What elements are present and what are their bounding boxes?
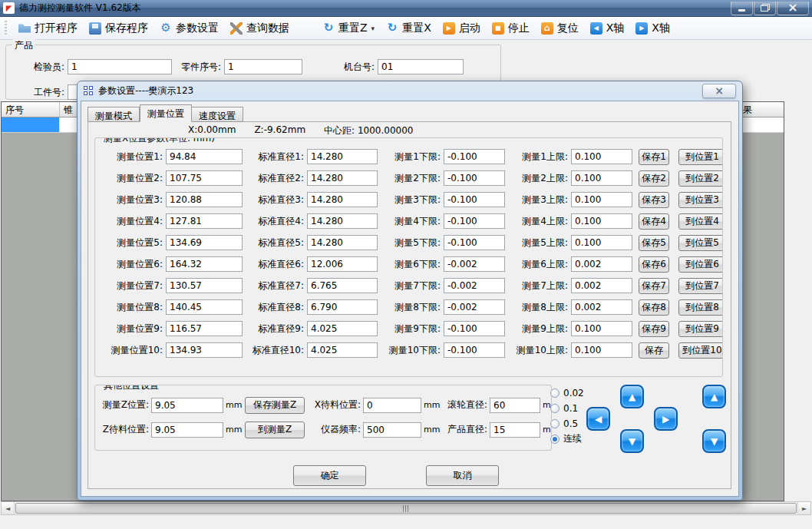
dialog-tab[interactable]: 测量位置 (140, 104, 192, 122)
step-radio-option[interactable]: 0.02 (550, 386, 584, 399)
measure-position-input[interactable] (166, 321, 243, 336)
goto-position-button[interactable]: 到位置9 (678, 321, 723, 337)
selected-cell[interactable] (2, 117, 60, 132)
save-button[interactable]: 保存9 (639, 321, 669, 337)
close-button[interactable] (777, 2, 809, 15)
save-button[interactable]: 保存1 (639, 149, 669, 165)
standard-diameter-input[interactable] (307, 170, 378, 186)
horizontal-scrollbar[interactable] (1, 501, 811, 515)
goto-position-button[interactable]: 到位置10 (678, 342, 723, 359)
step-radio-option[interactable]: 0.5 (550, 417, 584, 430)
jog-left-button[interactable] (586, 407, 610, 431)
inspector-input[interactable] (68, 59, 172, 74)
standard-diameter-input[interactable] (307, 192, 378, 207)
toolbar-item[interactable]: 保存程序 (89, 21, 148, 35)
goto-position-button[interactable]: 到位置2 (678, 170, 723, 187)
scrollbar-thumb[interactable] (15, 503, 797, 514)
toolbar-item[interactable]: 打开程序 (18, 21, 78, 35)
standard-diameter-input[interactable] (307, 149, 378, 164)
measure-position-input[interactable] (166, 170, 243, 186)
standard-diameter-input[interactable] (307, 213, 378, 229)
machine-no-input[interactable] (378, 59, 464, 74)
standard-diameter-input[interactable] (307, 342, 378, 358)
toolbar-item[interactable]: 查询数据 (230, 21, 289, 35)
standard-diameter-input[interactable] (307, 299, 378, 315)
scroll-right-icon[interactable] (797, 502, 810, 514)
measure-position-input[interactable] (166, 192, 243, 207)
toolbar-item[interactable]: X轴 (635, 21, 670, 35)
grid-column-header[interactable]: 果 (739, 102, 784, 117)
jog-right-button[interactable] (654, 407, 678, 431)
dialog-tab[interactable]: 测量模式 (87, 107, 140, 122)
save-button[interactable]: 保存6 (639, 256, 669, 273)
upper-limit-input[interactable] (571, 149, 632, 164)
lower-limit-input[interactable] (444, 213, 505, 229)
standard-diameter-input[interactable] (307, 256, 378, 272)
measure-position-input[interactable] (166, 235, 243, 250)
other-field-input[interactable] (490, 398, 540, 413)
toolbar-item[interactable]: 参数设置 (160, 21, 219, 35)
grid-column-header[interactable]: 序号 (2, 102, 60, 117)
lower-limit-input[interactable] (444, 278, 505, 293)
save-button[interactable]: 保存5 (639, 235, 669, 251)
lower-limit-input[interactable] (444, 170, 505, 186)
toolbar-item[interactable]: 停止 (492, 21, 530, 35)
measure-position-input[interactable] (166, 256, 243, 272)
upper-limit-input[interactable] (571, 278, 632, 293)
step-radio-option[interactable]: 连续 (550, 432, 584, 445)
upper-limit-input[interactable] (571, 299, 632, 315)
measure-position-input[interactable] (166, 213, 243, 229)
lower-limit-input[interactable] (444, 235, 505, 250)
scroll-left-icon[interactable] (2, 502, 15, 514)
jog-up-button[interactable] (620, 385, 644, 408)
cancel-button[interactable]: 取消 (426, 465, 499, 486)
other-field-input[interactable] (363, 422, 421, 438)
goto-position-button[interactable]: 到位置4 (678, 213, 723, 230)
save-button[interactable]: 保存8 (639, 299, 669, 316)
lower-limit-input[interactable] (444, 149, 505, 164)
standard-diameter-input[interactable] (307, 321, 378, 336)
other-field-input[interactable] (363, 398, 421, 413)
other-field-input[interactable] (490, 422, 540, 438)
goto-position-button[interactable]: 到位置8 (678, 299, 723, 316)
goto-position-button[interactable]: 到位置1 (678, 149, 723, 165)
upper-limit-input[interactable] (571, 192, 632, 207)
upper-limit-input[interactable] (571, 170, 632, 186)
toolbar-item[interactable]: 重置X (386, 21, 431, 35)
lower-limit-input[interactable] (444, 342, 505, 358)
save-button[interactable]: 保存2 (639, 170, 669, 187)
toolbar-item[interactable]: 复位 (541, 21, 579, 35)
upper-limit-input[interactable] (571, 213, 632, 229)
measure-position-input[interactable] (166, 149, 243, 164)
toolbar-item[interactable]: 启动 (443, 21, 480, 35)
restore-button[interactable] (754, 2, 776, 15)
toolbar-item[interactable]: 重置Z ▾ (322, 21, 375, 35)
upper-limit-input[interactable] (571, 256, 632, 272)
goto-position-button[interactable]: 到位置3 (678, 192, 723, 208)
z-action-button[interactable]: 到测量Z (245, 422, 305, 438)
step-radio-option[interactable]: 0.1 (550, 402, 584, 415)
toolbar-item[interactable]: X轴 (590, 21, 625, 35)
lower-limit-input[interactable] (444, 256, 505, 272)
z-action-button[interactable]: 保存测量Z (245, 397, 305, 414)
goto-position-button[interactable]: 到位置6 (678, 256, 723, 273)
upper-limit-input[interactable] (571, 235, 632, 250)
standard-diameter-input[interactable] (307, 278, 378, 293)
lower-limit-input[interactable] (444, 321, 505, 336)
ok-button[interactable]: 确定 (293, 465, 366, 486)
minimize-button[interactable] (731, 2, 753, 15)
jog-up-side-button[interactable] (702, 385, 726, 408)
measure-position-input[interactable] (166, 342, 243, 358)
lower-limit-input[interactable] (444, 192, 505, 207)
dialog-tab[interactable]: 速度设置 (192, 107, 243, 122)
jog-down-side-button[interactable] (702, 429, 726, 453)
save-button[interactable]: 保存7 (639, 278, 669, 294)
lower-limit-input[interactable] (444, 299, 505, 315)
other-field-input[interactable] (151, 398, 223, 413)
measure-position-input[interactable] (166, 299, 243, 315)
upper-limit-input[interactable] (571, 321, 632, 336)
save-button[interactable]: 保存3 (639, 192, 669, 208)
save-button[interactable]: 保存4 (639, 213, 669, 230)
other-field-input[interactable] (151, 422, 223, 438)
goto-position-button[interactable]: 到位置7 (678, 278, 723, 294)
